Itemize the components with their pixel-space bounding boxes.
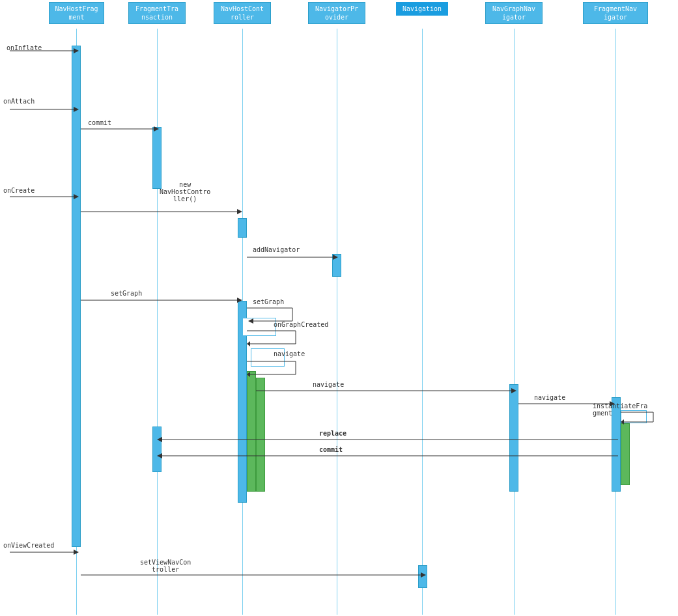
- activation-navhostctrl-1: [238, 218, 247, 238]
- lifeline-box-navigatorprovider: NavigatorProvider: [308, 2, 365, 24]
- label-newnavhostctrl: newNavHostController(): [160, 181, 210, 203]
- arrow-ongraphcreated: [247, 328, 299, 347]
- arrow-newnavhostctrl: [81, 208, 242, 215]
- arrow-addnavigator: [247, 254, 338, 260]
- lifeline-navgraphnav: [514, 29, 515, 615]
- label-onviewcreated: onViewCreated: [3, 542, 54, 549]
- svg-marker-7: [74, 194, 79, 199]
- arrow-oninflate: [3, 44, 81, 57]
- label-setviewnavcontroller: setViewNavController: [140, 559, 191, 573]
- lifeline-box-navigation: Navigation: [396, 2, 448, 16]
- svg-marker-13: [237, 298, 242, 303]
- label-setgraph1: setGraph: [111, 290, 142, 297]
- lifeline-fragnav: [615, 29, 616, 615]
- arrow-commit1: [81, 126, 159, 132]
- svg-marker-27: [511, 388, 516, 393]
- arrow-oncreate: [3, 193, 81, 200]
- svg-marker-11: [333, 255, 338, 260]
- lifeline-box-navhostctrl: NavHostController: [214, 2, 271, 24]
- label-navigate-self: navigate: [274, 350, 305, 357]
- svg-marker-35: [157, 437, 162, 442]
- activation-green-2: [256, 378, 265, 492]
- label-addnavigator: addNavigator: [253, 246, 300, 253]
- svg-marker-1: [74, 48, 79, 53]
- activation-navhostctrl-green: [247, 371, 256, 492]
- arrow-setgraph1: [81, 297, 242, 303]
- lifeline-navigatorprovider: [337, 29, 337, 615]
- lifeline-box-navhostfrag: NavHostFragment: [49, 2, 104, 24]
- lifeline-fragtransaction: [157, 29, 158, 615]
- lifeline-box-fragtransaction: FragmentTransaction: [128, 2, 186, 24]
- sequence-diagram: NavHostFragment FragmentTransaction NavH…: [0, 0, 678, 616]
- svg-marker-20: [247, 341, 250, 346]
- arrow-commit2: [157, 453, 618, 459]
- svg-marker-9: [237, 209, 242, 214]
- svg-marker-17: [248, 318, 253, 324]
- arrow-instantiate: [621, 409, 660, 425]
- arrow-navigate-self: [247, 358, 299, 378]
- arrow-navigate-navgraph: [256, 387, 516, 394]
- lifeline-box-navgraphnav: NavGraphNavigator: [485, 2, 543, 24]
- svg-marker-39: [74, 550, 79, 555]
- arrow-onviewcreated: [3, 549, 81, 555]
- arrow-replace: [157, 436, 618, 443]
- activation-fragtransaction-2: [152, 427, 162, 472]
- arrow-onattach: [3, 103, 81, 116]
- lifeline-box-fragnav: FragmentNavigator: [583, 2, 648, 24]
- svg-marker-25: [247, 372, 250, 377]
- activation-fragtransaction-1: [152, 127, 162, 189]
- svg-marker-33: [621, 419, 624, 425]
- activation-navhostfrag: [72, 46, 81, 547]
- svg-marker-5: [154, 126, 159, 132]
- svg-marker-3: [74, 107, 79, 112]
- svg-marker-41: [421, 572, 426, 578]
- arrow-setviewnavctrl: [81, 572, 426, 578]
- lifeline-navigation: [422, 29, 423, 615]
- activation-fragnav-green: [621, 423, 630, 485]
- svg-marker-37: [157, 453, 162, 458]
